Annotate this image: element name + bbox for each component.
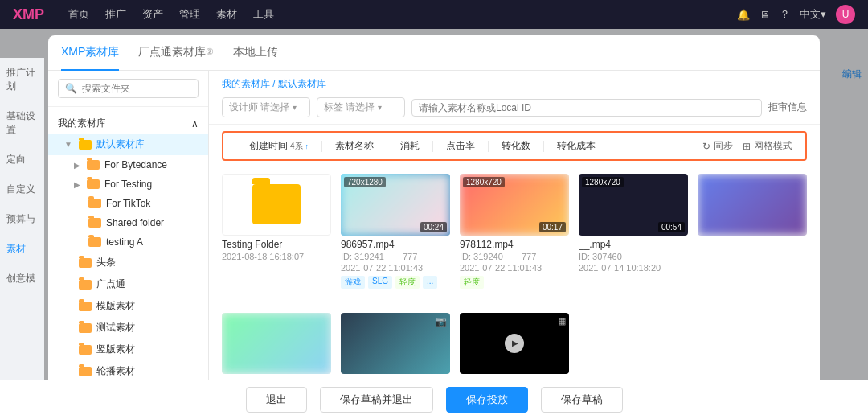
sidebar-target[interactable]: 定向 (0, 145, 44, 175)
save-draft-button[interactable]: 保存草稿 (541, 387, 623, 413)
tree-item-template[interactable]: 模版素材 (48, 295, 208, 317)
asset-item-r2-3[interactable]: 📷 (341, 313, 450, 386)
language-selector[interactable]: 中文▾ (800, 7, 826, 22)
sort-ctr[interactable]: 点击率 (433, 138, 488, 154)
breadcrumb-current: 默认素材库 (278, 78, 326, 89)
asset-item-986957[interactable]: 720x1280 00:24 986957.mp4 ID: 319241 777… (341, 174, 450, 303)
sort-cost[interactable]: 转化成本 (544, 138, 608, 154)
tree-item-tiktok[interactable]: For TikTok (48, 194, 208, 213)
sort-name[interactable]: 素材名称 (322, 138, 387, 154)
modal-overlay: XMP素材库 厂点通素材库 ② 本地上传 🔍 (0, 29, 868, 419)
resolution-badge: 1280x720 (582, 177, 624, 187)
asset-item-978112[interactable]: 1280x720 00:17 978112.mp4 ID: 319240 777… (460, 174, 569, 303)
sync-button[interactable]: ↻ 同步 (702, 139, 733, 153)
asset-item-r2-1[interactable] (698, 174, 807, 303)
search-box: 🔍 (48, 71, 208, 107)
tree-section-header: 我的素材库 ∧ (48, 113, 208, 134)
nav-tools[interactable]: 工具 (253, 7, 274, 22)
tag-game: 游戏 (341, 276, 365, 289)
nav-manage[interactable]: 管理 (179, 7, 200, 22)
sidebar-budget[interactable]: 预算与 (0, 204, 44, 234)
nav-material[interactable]: 素材 (216, 7, 237, 22)
folder-search-input[interactable] (82, 83, 191, 94)
sidebar-promote[interactable]: 推广计划 (0, 58, 44, 101)
tree-item-default[interactable]: ▼ 默认素材库 (48, 134, 208, 155)
asset-item-307460[interactable]: 1280x720 00:54 __.mp4 ID: 307460 2021-07… (579, 174, 688, 303)
monitor-icon[interactable]: 🖥 (760, 9, 770, 21)
tab-local-upload[interactable]: 本地上传 (233, 35, 278, 71)
video-thumbnail: 📷 (341, 313, 450, 375)
asset-info: 986957.mp4 ID: 319241 777 2021-07-22 11:… (341, 236, 450, 292)
asset-name: __.mp4 (579, 239, 688, 250)
video-thumbnail: 1280x720 00:54 (579, 174, 688, 236)
sidebar-custom[interactable]: 自定义 (0, 175, 44, 204)
folder-icon (88, 199, 101, 208)
resolution-badge: 720x1280 (344, 177, 386, 187)
sidebar-basic[interactable]: 基础设置 (0, 101, 44, 145)
tree-item-toutiao[interactable]: 头条 (48, 252, 208, 273)
folder-icon (88, 218, 101, 228)
asset-name: 978112.mp4 (460, 239, 569, 250)
sidebar-creative[interactable]: 创意模 (0, 264, 44, 294)
video-thumbnail (698, 174, 807, 236)
user-avatar[interactable]: U (836, 5, 855, 24)
asset-grid: Testing Folder 2021-08-18 16:18:07 720x1… (209, 167, 820, 392)
asset-item-folder[interactable]: Testing Folder 2021-08-18 16:18:07 (222, 174, 331, 303)
tab-xmp-library[interactable]: XMP素材库 (61, 35, 119, 71)
breadcrumb: 我的素材库 / 默认素材库 (222, 77, 807, 91)
help-icon[interactable]: ？ (780, 7, 790, 22)
sync-icon: ↻ (702, 141, 710, 152)
logo: XMP (13, 6, 44, 23)
tree-item-vertical[interactable]: 竖版素材 (48, 339, 208, 360)
video-icon: ▦ (558, 316, 566, 327)
exit-button[interactable]: 退出 (246, 387, 307, 413)
tree-item-carousel[interactable]: 轮播素材 (48, 360, 208, 382)
designer-filter[interactable]: 设计师 请选择 ▾ (222, 97, 310, 117)
folder-icon (79, 140, 92, 150)
audit-info-btn[interactable]: 拒审信息 (768, 101, 807, 114)
folder-icon (88, 237, 101, 247)
asset-info: Testing Folder 2021-08-18 16:18:07 (222, 236, 331, 268)
asset-item-r2-2[interactable] (222, 313, 331, 386)
tree-item-shared[interactable]: Shared folder (48, 213, 208, 232)
video-thumbnail: 720x1280 00:24 (341, 174, 450, 236)
asset-id: ID: 319240 777 (460, 252, 569, 261)
tree-item-testing-a[interactable]: testing A (48, 232, 208, 252)
nav-assets[interactable]: 资产 (142, 7, 163, 22)
folder-icon (79, 302, 92, 311)
right-content: 我的素材库 / 默认素材库 设计师 请选择 ▾ 标签 请选择 ▾ (209, 71, 820, 419)
asset-id: ID: 307460 (579, 252, 688, 261)
folder-icon (79, 258, 92, 268)
nav-home[interactable]: 首页 (68, 7, 89, 22)
sort-create-time[interactable]: 创建时间 4系 ↑ (236, 138, 321, 154)
material-search-input[interactable] (411, 99, 762, 117)
page-sidebar: 推广计划 基础设置 定向 自定义 预算与 素材 创意模 (0, 58, 44, 419)
save-draft-exit-button[interactable]: 保存草稿并退出 (320, 387, 433, 413)
chevron-down-icon: ▾ (293, 103, 297, 112)
tree-item-guangdiantong[interactable]: 广点通 (48, 273, 208, 295)
grid-icon: ⊞ (743, 141, 751, 152)
tree-item-bytedance[interactable]: ▶ For Bytedance (48, 155, 208, 175)
notification-icon[interactable]: 🔔 (737, 9, 750, 21)
breadcrumb-root[interactable]: 我的素材库 (222, 78, 270, 89)
modal-body: 🔍 我的素材库 ∧ ▼ 默认素材库 (48, 71, 820, 419)
search-input-wrap[interactable]: 🔍 (58, 79, 199, 98)
modal-tabs: XMP素材库 厂点通素材库 ② 本地上传 (48, 35, 820, 71)
sidebar-material[interactable]: 素材 (0, 234, 44, 264)
filters-row: 设计师 请选择 ▾ 标签 请选择 ▾ 拒审信息 (222, 97, 807, 117)
tab-factory-library[interactable]: 厂点通素材库 ② (138, 35, 214, 71)
tag-filter[interactable]: 标签 请选择 ▾ (317, 97, 405, 117)
asset-item-r2-4[interactable]: ▦ (460, 313, 569, 386)
page-background: 推广计划 基础设置 定向 自定义 预算与 素材 创意模 编辑 XMP素材库 厂点… (0, 29, 868, 419)
sort-consume[interactable]: 消耗 (387, 138, 432, 154)
video-thumbnail: ▦ (460, 313, 569, 375)
save-launch-button[interactable]: 保存投放 (446, 387, 528, 413)
grid-mode-button[interactable]: ⊞ 网格模式 (743, 139, 792, 153)
folder-icon (87, 179, 100, 189)
chevron-right-icon: ▶ (74, 180, 80, 189)
nav-promote[interactable]: 推广 (105, 7, 126, 22)
sort-conversions[interactable]: 转化数 (489, 138, 543, 154)
content-header: 我的素材库 / 默认素材库 设计师 请选择 ▾ 标签 请选择 ▾ (209, 71, 820, 125)
tree-item-testing[interactable]: ▶ For Testing (48, 175, 208, 194)
tree-item-test-material[interactable]: 测试素材 (48, 317, 208, 339)
